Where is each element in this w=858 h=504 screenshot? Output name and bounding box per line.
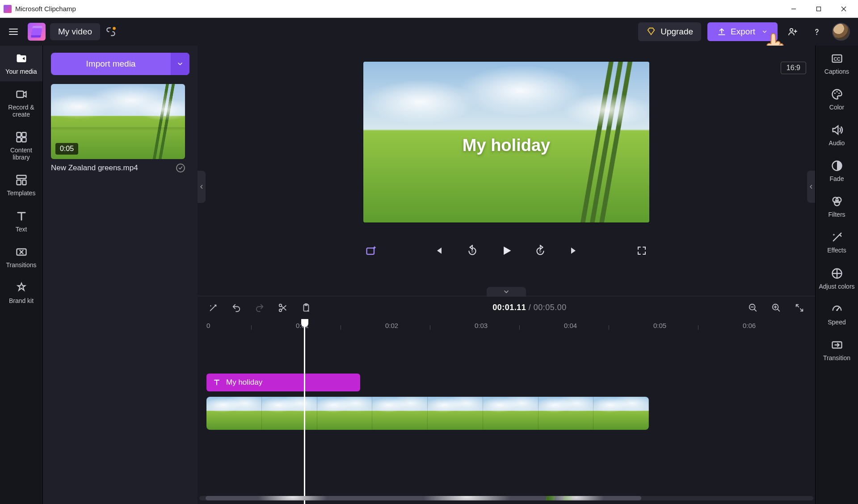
- sidebar-item-label: Your media: [5, 68, 37, 75]
- property-item-filters[interactable]: Filters: [816, 189, 858, 224]
- export-button[interactable]: Export: [707, 22, 778, 41]
- timeline-toolbar: 00:01.11 / 00:05.00: [198, 296, 815, 319]
- sidebar-item-label: Templates: [7, 189, 36, 197]
- filters-icon: [830, 195, 844, 208]
- menu-button[interactable]: [4, 22, 23, 42]
- help-button[interactable]: [808, 23, 826, 41]
- zoom-in-button[interactable]: [770, 301, 783, 315]
- transport-controls: 5 5: [363, 243, 649, 258]
- media-used-check-icon: [176, 164, 185, 172]
- text-clip[interactable]: My holiday: [206, 374, 360, 391]
- speed-icon: [830, 302, 844, 316]
- current-time: 00:01.11: [492, 303, 526, 312]
- timeline-scrollbar[interactable]: [199, 496, 813, 500]
- property-item-captions[interactable]: CCCaptions: [816, 46, 858, 81]
- sidebar-item-text[interactable]: Text: [0, 203, 42, 239]
- project-name-field[interactable]: My video: [50, 23, 100, 40]
- window-titlebar: Microsoft Clipchamp: [0, 0, 858, 18]
- media-thumbnail[interactable]: 0:05: [51, 84, 185, 159]
- ruler-minor-tick: [341, 325, 341, 330]
- timeline-scrollbar-thumb[interactable]: [206, 496, 642, 500]
- redo-button[interactable]: [253, 301, 266, 315]
- zoom-out-button[interactable]: [746, 301, 760, 315]
- auto-enhance-button[interactable]: [206, 301, 220, 315]
- svg-point-1: [113, 27, 116, 29]
- preview-area: 16:9 My holiday 5: [198, 46, 815, 296]
- ruler-minor-tick: [519, 325, 520, 330]
- window-maximize-button[interactable]: [806, 0, 831, 18]
- fit-timeline-button[interactable]: [793, 301, 806, 315]
- property-item-label: Audio: [829, 139, 845, 147]
- import-media-label: Import media: [86, 59, 136, 69]
- video-preview[interactable]: My holiday: [363, 62, 649, 223]
- property-item-speed[interactable]: Speed: [816, 296, 858, 332]
- effects-icon: [830, 231, 844, 244]
- ruler-minor-tick: [609, 325, 609, 330]
- user-avatar[interactable]: [832, 23, 850, 41]
- playhead[interactable]: [304, 319, 305, 504]
- skip-end-button[interactable]: [567, 243, 582, 258]
- sidebar-item-label: Text: [16, 226, 27, 233]
- sidebar-item-record-create[interactable]: Record & create: [0, 81, 42, 124]
- property-item-effects[interactable]: Effects: [816, 224, 858, 260]
- timeline-timecode: 00:01.11 / 00:05.00: [492, 303, 567, 312]
- text-clip-label: My holiday: [226, 378, 262, 387]
- collapse-right-panel-button[interactable]: [807, 171, 815, 203]
- window-close-button[interactable]: [831, 0, 856, 18]
- center-area: 16:9 My holiday 5: [198, 46, 815, 504]
- import-media-button[interactable]: Import media: [51, 53, 189, 75]
- video-clip-frame: [428, 397, 483, 430]
- aspect-ratio-button[interactable]: 16:9: [781, 62, 806, 74]
- text-icon: [213, 378, 221, 386]
- sidebar-item-label: Record & create: [2, 104, 41, 118]
- timeline-ruler[interactable]: 00:010:020:030:040:050:06: [198, 322, 815, 335]
- sync-off-icon[interactable]: [105, 25, 117, 38]
- collapse-left-panel-button[interactable]: [198, 171, 206, 203]
- preview-text-overlay: My holiday: [363, 136, 649, 155]
- property-item-fade[interactable]: Fade: [816, 153, 858, 189]
- play-button[interactable]: [499, 243, 514, 258]
- sidebar-item-brand-kit[interactable]: Brand kit: [0, 275, 42, 311]
- property-item-audio[interactable]: Audio: [816, 117, 858, 153]
- skip-start-button[interactable]: [431, 243, 446, 258]
- import-media-dropdown[interactable]: [171, 53, 189, 75]
- video-clip[interactable]: [206, 397, 649, 430]
- svg-rect-10: [17, 180, 21, 185]
- app-toolbar: My video Upgrade Export: [0, 18, 858, 46]
- clipboard-button[interactable]: [299, 301, 313, 315]
- svg-point-25: [836, 91, 837, 92]
- clipchamp-logo-icon: [28, 23, 46, 41]
- fullscreen-button[interactable]: [634, 243, 649, 258]
- svg-rect-13: [367, 248, 374, 254]
- sidebar-item-content-library[interactable]: Content library: [0, 124, 42, 167]
- left-rail: Your mediaRecord & createContent library…: [0, 46, 43, 504]
- rewind-5s-button[interactable]: 5: [465, 243, 480, 258]
- video-clip-frame: [483, 397, 538, 430]
- ai-enhance-button[interactable]: [363, 243, 379, 258]
- ruler-tick: 0:02: [385, 322, 398, 329]
- sidebar-item-templates[interactable]: Templates: [0, 167, 42, 203]
- window-minimize-button[interactable]: [781, 0, 806, 18]
- forward-5s-button[interactable]: 5: [533, 243, 548, 258]
- chevron-down-icon: [761, 29, 768, 35]
- upgrade-button[interactable]: Upgrade: [638, 22, 701, 41]
- svg-rect-5: [17, 133, 21, 137]
- undo-button[interactable]: [230, 301, 243, 315]
- svg-point-26: [838, 92, 840, 94]
- split-button[interactable]: [276, 301, 290, 315]
- video-clip-frame: [372, 397, 428, 430]
- text-icon: [15, 210, 28, 223]
- media-item[interactable]: 0:05 New Zealand greens.mp4: [51, 84, 185, 172]
- timeline-tracks[interactable]: My holiday: [198, 374, 815, 463]
- invite-button[interactable]: [784, 23, 802, 41]
- property-item-color[interactable]: Color: [816, 81, 858, 117]
- property-item-adjust-colors[interactable]: Adjust colors: [816, 260, 858, 296]
- property-item-transition[interactable]: Transition: [816, 332, 858, 368]
- sidebar-item-your-media[interactable]: Your media: [0, 46, 42, 81]
- sidebar-item-transitions[interactable]: Transitions: [0, 239, 42, 275]
- ruler-tick: 0:05: [653, 322, 666, 329]
- svg-rect-6: [22, 133, 26, 137]
- timeline[interactable]: 00:010:020:030:040:050:06 My holiday: [198, 319, 815, 504]
- collapse-timeline-button[interactable]: [487, 287, 526, 297]
- media-filename: New Zealand greens.mp4: [51, 164, 138, 172]
